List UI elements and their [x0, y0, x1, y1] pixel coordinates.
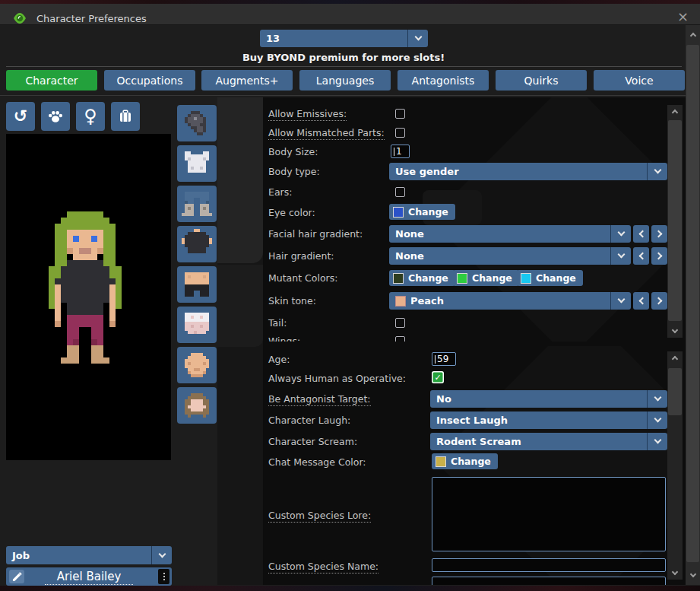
thumb-white-shirt[interactable]: [177, 145, 217, 182]
tab-occupations[interactable]: Occupations: [104, 70, 195, 91]
thumb-underwear[interactable]: [177, 307, 217, 343]
skin-tone-value: Peach: [389, 295, 610, 307]
facial-hair-gradient-prev-button[interactable]: [633, 225, 649, 243]
facial-hair-gradient-select[interactable]: None: [389, 225, 631, 243]
always-human-checkbox[interactable]: ✓: [432, 371, 444, 383]
character-laugh-select[interactable]: Insect Laugh: [430, 411, 667, 429]
form-section-character: Age: 59 Always Human as Operative: ✓ Be …: [220, 346, 667, 585]
tab-quirks[interactable]: Quirks: [496, 70, 587, 91]
chevron-down-icon: [610, 225, 631, 243]
character-scrollbar[interactable]: [667, 351, 683, 580]
tab-voice[interactable]: Voice: [594, 70, 685, 91]
slot-select-value: 13: [260, 33, 407, 44]
scrollbar-thumb[interactable]: [668, 368, 682, 415]
skin-tone-prev-button[interactable]: [633, 292, 649, 310]
premium-note[interactable]: Buy BYOND premium for more slots!: [192, 52, 496, 63]
age-value: 59: [437, 354, 448, 364]
background-game-strip-bottom: [0, 586, 700, 591]
skin-tone-next-button[interactable]: [651, 292, 667, 310]
name-menu-button[interactable]: [158, 569, 169, 584]
thumb-brown-hair-head[interactable]: [177, 387, 217, 424]
thumb-torso-pants[interactable]: [177, 266, 217, 303]
mutant-color-3-change-button[interactable]: Change: [517, 270, 583, 286]
title-bar[interactable]: Character Preferences ×: [0, 4, 700, 25]
gender-button[interactable]: ♀: [76, 102, 105, 131]
be-antagonist-target-select[interactable]: No: [430, 390, 667, 408]
tab-label: Augments+: [216, 75, 279, 87]
change-label: Change: [472, 272, 512, 284]
window-scrollbar[interactable]: [686, 25, 700, 585]
skin-tone-select[interactable]: Peach: [389, 292, 631, 310]
character-preview[interactable]: [6, 134, 171, 460]
scroll-up-button[interactable]: [667, 105, 683, 117]
tab-antagonists[interactable]: Antagonists: [398, 70, 489, 91]
tab-languages[interactable]: Languages: [299, 70, 391, 91]
scrollbar-thumb[interactable]: [668, 120, 682, 321]
facial-hair-gradient-next-button[interactable]: [651, 225, 667, 243]
chevron-down-icon: [610, 292, 631, 310]
scroll-up-button[interactable]: [686, 28, 700, 40]
edit-name-button[interactable]: [9, 570, 24, 583]
mutant-color-3-swatch: [521, 273, 531, 284]
tab-label: Languages: [316, 75, 374, 87]
hair-gradient-select[interactable]: None: [389, 247, 631, 265]
mutant-color-2-swatch: [457, 273, 467, 284]
chevron-right-icon: [654, 230, 662, 238]
always-human-label: Always Human as Operative:: [268, 373, 406, 384]
bald-head-icon: [182, 350, 212, 380]
job-select-value: Job: [6, 550, 151, 561]
mutant-colors-label: Mutant Colors:: [268, 272, 337, 284]
close-icon[interactable]: ×: [677, 10, 689, 24]
body-type-select[interactable]: Use gender: [389, 163, 667, 180]
scroll-down-button[interactable]: [686, 570, 700, 582]
slot-select[interactable]: 13: [260, 30, 428, 47]
character-laugh-label: Character Laugh:: [268, 415, 350, 426]
scrollbar-thumb[interactable]: [686, 45, 699, 562]
mutant-color-2-change-button[interactable]: Change: [453, 270, 519, 286]
custom-species-name-input[interactable]: [432, 558, 666, 572]
custom-species-lore-textarea[interactable]: [432, 477, 666, 551]
species-paw-button[interactable]: [41, 102, 70, 131]
thumb-jeans-boots[interactable]: [177, 186, 217, 222]
mutant-color-1-change-button[interactable]: Change: [389, 270, 455, 286]
loadout-button[interactable]: [111, 102, 140, 131]
chat-message-color-label: Chat Message Color:: [268, 456, 366, 468]
tab-augments[interactable]: Augments+: [201, 70, 293, 91]
body-size-input[interactable]: 1: [391, 145, 410, 158]
thumb-bald-head[interactable]: [177, 347, 217, 383]
undo-icon: ↺: [14, 108, 27, 125]
character-name-bar[interactable]: Ariel Bailey: [6, 567, 172, 586]
age-input[interactable]: 59: [432, 352, 456, 366]
thumb-gas-mask[interactable]: [177, 105, 217, 141]
check-icon: ✓: [434, 373, 441, 383]
scroll-up-button[interactable]: [667, 351, 683, 364]
hair-gradient-label: Hair gradient:: [268, 250, 334, 262]
eye-color-swatch: [393, 207, 404, 218]
chevron-down-icon: [647, 163, 667, 180]
tail-checkbox[interactable]: [395, 318, 405, 328]
clipped-text-input[interactable]: [432, 577, 666, 585]
chevron-down-icon: [647, 433, 667, 450]
hair-gradient-next-button[interactable]: [651, 247, 667, 265]
eye-color-change-button[interactable]: Change: [389, 204, 455, 220]
job-select[interactable]: Job: [6, 546, 172, 564]
character-name[interactable]: Ariel Bailey: [6, 570, 172, 583]
chat-message-color-change-button[interactable]: Change: [432, 453, 498, 469]
thumb-black-tshirt[interactable]: [177, 226, 217, 262]
allow-emissives-checkbox[interactable]: [395, 109, 405, 119]
appearance-scrollbar[interactable]: [667, 105, 683, 338]
custom-species-name-label: Custom Species Name:: [268, 561, 379, 574]
paw-icon: [47, 109, 64, 124]
be-antagonist-target-value: No: [430, 393, 647, 405]
scroll-down-button[interactable]: [667, 326, 683, 338]
character-preferences-window: Character Preferences × 13 Buy BYOND pre…: [0, 0, 700, 591]
scroll-down-button[interactable]: [667, 567, 683, 580]
ears-checkbox[interactable]: [395, 187, 405, 197]
hair-gradient-prev-button[interactable]: [633, 247, 649, 265]
allow-mismatched-parts-checkbox[interactable]: [395, 128, 405, 138]
character-scream-select[interactable]: Rodent Scream: [430, 433, 667, 450]
wings-checkbox[interactable]: [395, 336, 405, 342]
undo-button[interactable]: ↺: [6, 102, 35, 131]
tab-character[interactable]: Character: [6, 70, 97, 91]
change-label: Change: [408, 206, 448, 218]
